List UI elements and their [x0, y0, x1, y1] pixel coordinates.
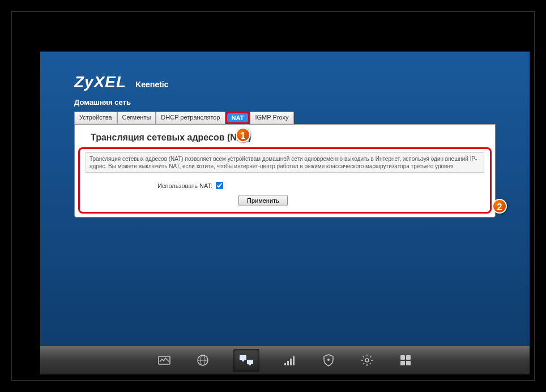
- apply-button[interactable]: Применить: [238, 195, 288, 206]
- tab-segments[interactable]: Сегменты: [117, 112, 156, 124]
- nav-apps-icon[interactable]: [398, 352, 413, 368]
- nav-security-icon[interactable]: [321, 352, 336, 368]
- svg-rect-10: [290, 359, 292, 365]
- tab-igmp-proxy[interactable]: IGMP Proxy: [250, 112, 293, 124]
- nav-settings-icon[interactable]: [359, 352, 375, 368]
- brand-row: ZyXEL Keenetic: [74, 73, 169, 91]
- annotation-1: 1: [236, 127, 250, 142]
- annotation-2: 2: [492, 199, 507, 214]
- section-title: Домашняя сеть: [74, 98, 131, 106]
- panel-description: Трансляция сетевых адресов (NAT) позволя…: [86, 152, 484, 173]
- svg-point-12: [327, 359, 330, 361]
- content-panel: Трансляция сетевых адресов (NAT) Трансля…: [74, 124, 496, 218]
- svg-rect-8: [284, 363, 286, 365]
- svg-rect-23: [406, 355, 411, 360]
- svg-line-19: [370, 363, 371, 364]
- nat-checkbox[interactable]: [216, 182, 223, 189]
- brand-model: Keenetic: [135, 80, 168, 89]
- nav-status-icon[interactable]: [156, 352, 172, 368]
- tab-bar: Устройства Сегменты DHCP ретранслятор NA…: [74, 112, 294, 124]
- svg-rect-5: [247, 360, 253, 364]
- svg-rect-7: [249, 364, 251, 365]
- highlighted-form: Трансляция сетевых адресов (NAT) позволя…: [78, 147, 492, 214]
- nat-checkbox-label: Использовать NAT:: [86, 182, 216, 189]
- panel-title: Трансляция сетевых адресов (NAT): [75, 125, 495, 147]
- nat-toggle-row: Использовать NAT:: [80, 176, 490, 193]
- svg-rect-4: [240, 355, 246, 360]
- svg-point-13: [365, 359, 369, 362]
- svg-rect-24: [400, 361, 405, 365]
- svg-line-18: [363, 356, 364, 357]
- svg-line-20: [363, 363, 364, 364]
- app-window: ZyXEL Keenetic Домашняя сеть Устройства …: [11, 11, 535, 381]
- tab-dhcp-relay[interactable]: DHCP ретранслятор: [156, 112, 225, 124]
- bottom-nav: [40, 346, 530, 374]
- svg-line-21: [370, 356, 371, 357]
- nav-internet-icon[interactable]: [195, 352, 211, 368]
- tab-nat[interactable]: NAT: [225, 112, 250, 124]
- svg-rect-6: [242, 360, 244, 361]
- svg-rect-11: [293, 356, 295, 365]
- tab-devices[interactable]: Устройства: [74, 112, 117, 124]
- svg-rect-25: [406, 361, 411, 365]
- svg-rect-9: [287, 361, 289, 365]
- button-row: Применить: [80, 193, 490, 212]
- nav-home-network-icon[interactable]: [233, 349, 259, 372]
- brand-logo: ZyXEL: [74, 73, 126, 91]
- svg-rect-22: [400, 355, 405, 360]
- nav-wifi-icon[interactable]: [282, 352, 298, 368]
